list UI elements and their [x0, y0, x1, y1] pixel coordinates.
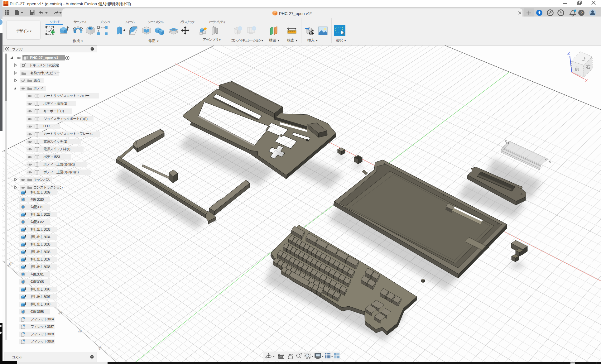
- svg-text:F: F: [5, 1, 7, 5]
- svg-text:X: X: [585, 78, 588, 83]
- svg-text:前: 前: [575, 66, 579, 71]
- svg-text:?: ?: [580, 11, 583, 15]
- svg-text:Z: Z: [567, 50, 570, 56]
- svg-text:右: 右: [586, 64, 591, 69]
